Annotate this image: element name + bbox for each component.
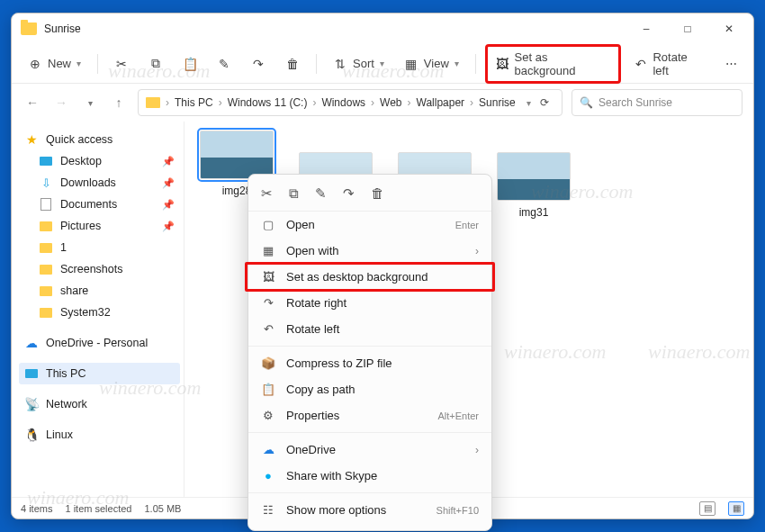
- view-button[interactable]: ▦ View ▾: [397, 53, 466, 75]
- ctx-onedrive[interactable]: ☁OneDrive›: [248, 437, 491, 463]
- zip-icon: 📦: [261, 356, 275, 370]
- paste-button[interactable]: 📋: [176, 53, 204, 75]
- copy-path-icon: 📋: [261, 383, 275, 396]
- pin-icon: 📌: [162, 199, 175, 211]
- open-with-icon: ▦: [261, 244, 275, 257]
- chevron-down-icon: ▾: [380, 59, 384, 68]
- copy-icon[interactable]: ⧉: [289, 185, 299, 202]
- copy-icon: ⧉: [148, 56, 163, 71]
- rotate-left-label: Rotate left: [652, 50, 706, 77]
- rename-icon: ✎: [217, 57, 231, 71]
- breadcrumb-item[interactable]: Wallpaper: [417, 96, 465, 109]
- breadcrumb-item[interactable]: Windows 11 (C:): [228, 96, 308, 109]
- ctx-show-more[interactable]: ☷Show more optionsShift+F10: [248, 497, 491, 523]
- minimize-button[interactable]: –: [626, 15, 667, 42]
- delete-button[interactable]: 🗑: [278, 53, 307, 75]
- context-menu: ✂ ⧉ ✎ ↷ 🗑 ▢OpenEnter ▦Open with› 🖼Set as…: [248, 174, 492, 531]
- clipboard-icon: 📋: [183, 57, 197, 71]
- selection-size: 1.05 MB: [144, 503, 181, 514]
- document-icon: [39, 197, 53, 212]
- up-button[interactable]: ↑: [109, 93, 129, 113]
- refresh-button[interactable]: ⟳: [535, 96, 554, 109]
- pin-icon: 📌: [162, 156, 175, 167]
- rotate-left-icon: ↶: [261, 322, 275, 336]
- rename-icon[interactable]: ✎: [315, 185, 327, 202]
- sidebar-desktop[interactable]: Desktop📌: [19, 150, 180, 172]
- close-button[interactable]: ✕: [708, 15, 750, 42]
- new-label: New: [48, 57, 71, 70]
- sort-icon: ⇅: [333, 57, 347, 71]
- rename-button[interactable]: ✎: [210, 53, 238, 75]
- quick-access[interactable]: ★Quick access: [19, 129, 180, 150]
- sidebar-onedrive[interactable]: ☁OneDrive - Personal: [19, 332, 180, 354]
- cut-icon[interactable]: ✂: [261, 185, 273, 202]
- new-button[interactable]: ⊕ New ▾: [21, 53, 88, 75]
- breadcrumb-item[interactable]: Web: [380, 96, 401, 109]
- scissors-icon: ✂: [114, 57, 129, 71]
- thumbnails-view-button[interactable]: ▦: [728, 501, 744, 516]
- cloud-icon: ☁: [24, 336, 39, 350]
- ctx-open[interactable]: ▢OpenEnter: [248, 212, 491, 238]
- sort-button[interactable]: ⇅ Sort ▾: [326, 53, 392, 75]
- trash-icon[interactable]: 🗑: [371, 185, 384, 202]
- details-view-button[interactable]: ▤: [699, 501, 716, 516]
- background-icon: 🖼: [495, 57, 509, 71]
- view-label: View: [424, 57, 449, 70]
- open-icon: ▢: [261, 218, 275, 231]
- sidebar-folder-1[interactable]: 1: [19, 237, 180, 258]
- search-input[interactable]: 🔍 Search Sunrise: [572, 89, 742, 116]
- thumbnail-icon: [497, 152, 571, 201]
- title-bar: Sunrise – □ ✕: [12, 14, 753, 44]
- rotate-right-icon: ↷: [261, 296, 275, 310]
- ctx-copy-path[interactable]: 📋Copy as path: [248, 376, 491, 402]
- breadcrumb-item[interactable]: Sunrise: [479, 96, 516, 109]
- sidebar-screenshots[interactable]: Screenshots: [19, 258, 180, 280]
- share-button[interactable]: ↷: [244, 53, 273, 75]
- folder-icon: [39, 240, 53, 255]
- file-label: img31: [519, 206, 549, 219]
- star-icon: ★: [24, 132, 39, 147]
- cloud-icon: ☁: [261, 443, 275, 456]
- properties-icon: ⚙: [261, 409, 275, 422]
- forward-button[interactable]: →: [51, 93, 71, 113]
- ctx-rotate-left[interactable]: ↶Rotate left: [248, 316, 491, 342]
- nav-row: ← → ▾ ↑ › This PC› Windows 11 (C:)› Wind…: [12, 84, 753, 122]
- ctx-set-desktop-background[interactable]: 🖼Set as desktop background: [248, 264, 491, 290]
- ctx-properties[interactable]: ⚙PropertiesAlt+Enter: [248, 402, 491, 428]
- explorer-window: Sunrise – □ ✕ ⊕ New ▾ ✂ ⧉ 📋 ✎ ↷ 🗑 ⇅ Sort…: [11, 13, 754, 519]
- sidebar-downloads[interactable]: ⇩Downloads📌: [19, 172, 180, 194]
- file-img31[interactable]: img31: [494, 152, 573, 219]
- copy-button[interactable]: ⧉: [141, 52, 170, 75]
- sidebar-network[interactable]: 📡Network: [19, 393, 180, 415]
- breadcrumb[interactable]: › This PC› Windows 11 (C:)› Windows› Web…: [138, 89, 562, 116]
- ctx-compress-zip[interactable]: 📦Compress to ZIP file: [248, 350, 491, 376]
- sidebar-share[interactable]: share: [19, 280, 180, 302]
- maximize-button[interactable]: □: [667, 15, 708, 42]
- more-button[interactable]: ⋯: [718, 53, 744, 74]
- ctx-share-skype[interactable]: ●Share with Skype: [248, 463, 491, 489]
- pin-icon: 📌: [162, 177, 175, 189]
- chevron-down-icon[interactable]: ▾: [526, 98, 531, 108]
- item-count: 4 items: [21, 503, 52, 514]
- sidebar-this-pc[interactable]: This PC: [19, 363, 180, 384]
- sidebar-system32[interactable]: System32: [19, 302, 180, 323]
- breadcrumb-item[interactable]: Windows: [321, 96, 365, 109]
- pin-icon: 📌: [162, 221, 175, 232]
- sidebar-pictures[interactable]: Pictures📌: [19, 215, 180, 237]
- cut-button[interactable]: ✂: [107, 53, 136, 75]
- folder-icon: [39, 262, 53, 276]
- rotate-left-button[interactable]: ↶ Rotate left: [626, 47, 713, 81]
- chevron-down-icon: ▾: [76, 59, 81, 68]
- network-icon: 📡: [24, 397, 39, 411]
- ctx-rotate-right[interactable]: ↷Rotate right: [248, 290, 491, 316]
- breadcrumb-item[interactable]: This PC: [175, 96, 213, 109]
- back-button[interactable]: ←: [22, 93, 42, 113]
- sidebar-documents[interactable]: Documents📌: [19, 194, 180, 215]
- share-icon[interactable]: ↷: [343, 185, 355, 202]
- ctx-open-with[interactable]: ▦Open with›: [248, 238, 491, 264]
- window-title: Sunrise: [44, 23, 81, 35]
- recent-button[interactable]: ▾: [80, 93, 100, 113]
- set-background-button[interactable]: 🖼 Set as background: [485, 44, 621, 84]
- chevron-right-icon: ›: [475, 444, 479, 456]
- sidebar-linux[interactable]: 🐧Linux: [19, 424, 180, 446]
